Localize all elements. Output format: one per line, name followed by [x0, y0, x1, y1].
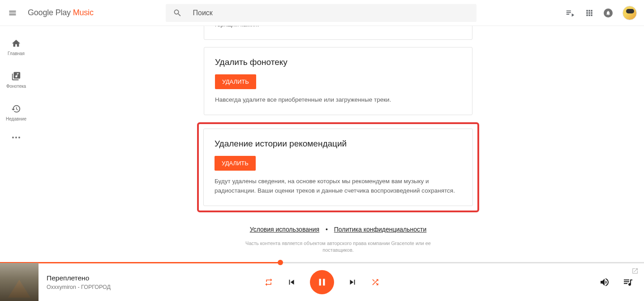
player-right	[599, 277, 633, 288]
nav-more[interactable]	[12, 137, 20, 138]
repeat-button[interactable]	[264, 278, 273, 287]
track-title[interactable]: Переплетено	[47, 274, 111, 282]
volume-button[interactable]	[599, 277, 610, 288]
nav-home-label: Главная	[8, 51, 25, 56]
card-delete-recs-title: Удаление истории рекомендаций	[215, 139, 462, 149]
home-icon	[11, 39, 21, 48]
sidebar: Главная Фонотека Недавние	[0, 26, 32, 138]
footer-links: Условия использования • Политика конфиде…	[250, 226, 427, 233]
card-delete-library: Удалить фонотеку УДАЛИТЬ Навсегда удалит…	[204, 47, 472, 115]
privacy-link[interactable]: Политика конфиденциальности	[334, 226, 427, 233]
album-art[interactable]	[0, 263, 39, 301]
shuffle-button[interactable]	[371, 278, 380, 287]
popout-icon	[631, 267, 639, 275]
apps-icon	[585, 9, 594, 17]
nav-library[interactable]: Фонотека	[6, 71, 26, 89]
app-header: Google Play Music	[0, 0, 644, 26]
menu-button[interactable]	[7, 8, 18, 18]
header-actions	[565, 6, 637, 20]
highlighted-section: Удаление истории рекомендаций УДАЛИТЬ Бу…	[197, 122, 479, 212]
delete-recs-button[interactable]: УДАЛИТЬ	[215, 156, 256, 171]
logo-text-1: Google Play	[28, 8, 73, 17]
repeat-icon	[264, 278, 273, 287]
user-avatar[interactable]	[623, 6, 637, 20]
nav-home[interactable]: Главная	[8, 39, 25, 56]
footer-note: Часть контента является объектом авторск…	[244, 240, 432, 254]
cast-queue-button[interactable]	[565, 8, 575, 18]
card-delete-recs-desc: Будут удалены сведения, на основе которы…	[215, 177, 462, 196]
apps-button[interactable]	[585, 9, 594, 17]
popout-button[interactable]	[631, 267, 639, 276]
history-icon	[11, 104, 21, 114]
card-delete-library-desc: Навсегда удалите все приобретенные или з…	[215, 95, 461, 105]
skip-next-icon	[348, 277, 357, 287]
shuffle-icon	[371, 278, 380, 287]
track-info: Переплетено Oxxxymiron - ГОРГОРОД	[39, 274, 111, 290]
queue-button[interactable]	[623, 277, 633, 288]
play-pause-button[interactable]	[310, 270, 334, 294]
track-artist[interactable]: Oxxxymiron - ГОРГОРОД	[47, 284, 111, 290]
library-icon	[11, 71, 21, 81]
terms-link[interactable]: Условия использования	[250, 226, 319, 233]
card-delete-library-title: Удалить фонотеку	[215, 57, 461, 67]
player-bar: Переплетено Oxxxymiron - ГОРГОРОД	[0, 262, 644, 301]
nav-recent[interactable]: Недавние	[6, 104, 26, 121]
more-icon	[12, 137, 20, 138]
delete-library-button[interactable]: УДАЛИТЬ	[215, 74, 256, 89]
notifications-button[interactable]	[604, 9, 613, 17]
previous-button[interactable]	[287, 277, 296, 287]
progress-handle[interactable]	[278, 260, 283, 265]
logo-text-2: Music	[73, 8, 94, 17]
separator: •	[326, 226, 328, 233]
next-button[interactable]	[348, 277, 357, 287]
skip-previous-icon	[287, 277, 296, 287]
progress-fill	[0, 262, 280, 263]
card-partial-top: горящий камин.	[204, 26, 472, 40]
search-icon	[173, 8, 182, 18]
card-delete-recommendations: Удаление истории рекомендаций УДАЛИТЬ Бу…	[203, 129, 473, 206]
search-input[interactable]	[193, 9, 469, 17]
main-content: горящий камин. Удалить фонотеку УДАЛИТЬ …	[32, 26, 644, 262]
nav-library-label: Фонотека	[6, 84, 26, 89]
queue-icon	[623, 277, 633, 288]
app-logo[interactable]: Google Play Music	[28, 8, 94, 17]
card-partial-desc: горящий камин.	[215, 26, 461, 30]
hamburger-icon	[8, 9, 17, 17]
nav-recent-label: Недавние	[6, 116, 26, 121]
playlist-play-icon	[565, 8, 575, 18]
progress-bar[interactable]	[0, 262, 644, 263]
player-controls	[264, 270, 380, 294]
notifications-icon	[604, 9, 613, 17]
volume-icon	[599, 277, 610, 288]
search-box[interactable]	[166, 4, 477, 22]
pause-icon	[316, 276, 328, 288]
